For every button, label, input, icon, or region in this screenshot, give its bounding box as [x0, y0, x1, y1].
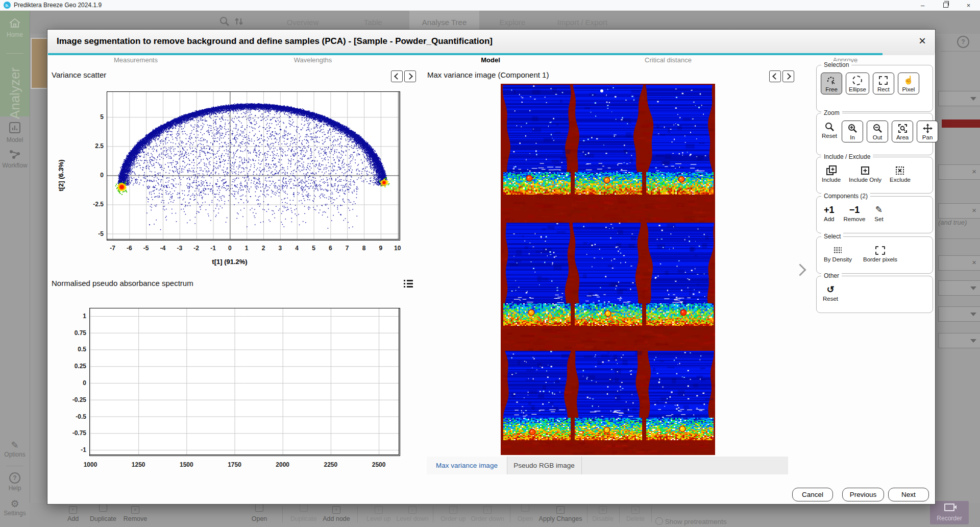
restore-button[interactable]: [934, 0, 957, 10]
dialog-close-button[interactable]: ×: [919, 34, 926, 48]
include-button[interactable]: Include: [821, 164, 842, 184]
progress-bar-remainder: [883, 53, 935, 55]
sidebar-item-workflow[interactable]: Workflow: [0, 149, 30, 169]
duplicate-icon: [300, 504, 308, 512]
include-only-button[interactable]: Include Only: [848, 164, 883, 184]
dropdown-fragment[interactable]: [938, 280, 980, 296]
toolbar-remove[interactable]: ×Remove: [107, 504, 163, 522]
pencil-icon: ✎: [875, 205, 883, 215]
tab-pseudo-rgb-image[interactable]: Pseudo RGB image: [507, 457, 582, 474]
search-icon[interactable]: [219, 16, 230, 27]
recorder-button[interactable]: Recorder: [930, 501, 969, 524]
zoom-in-button[interactable]: In: [842, 121, 863, 142]
variance-canvas[interactable]: [501, 84, 715, 455]
expand-panel-chevron[interactable]: [794, 264, 806, 276]
help-top-right[interactable]: ?: [957, 36, 969, 48]
remove-icon: ×: [131, 506, 139, 514]
open-folder-icon: [521, 504, 529, 512]
set-components-button[interactable]: ✎ Set: [873, 204, 884, 223]
level-down-icon: ↓: [408, 506, 416, 514]
bottom-toolbar: +Add Duplicate ×Remove Open Duplicate +A…: [30, 503, 980, 527]
home-icon: [8, 17, 21, 29]
previous-button[interactable]: Previous: [842, 488, 884, 501]
dialog-title: Image segmentation to remove background …: [57, 36, 493, 46]
sort-icon[interactable]: [234, 16, 244, 27]
apply-changes-icon: ✓: [556, 506, 565, 514]
wizard-tab-model[interactable]: Model: [439, 56, 542, 64]
zoom-reset-icon: [825, 122, 835, 132]
cancel-button[interactable]: Cancel: [792, 488, 833, 501]
chevron-down-icon: [970, 97, 976, 101]
zoom-out-button[interactable]: Out: [867, 121, 888, 142]
minimize-button[interactable]: –: [911, 0, 934, 10]
sidebar-item-analyzer[interactable]: Analyzer: [0, 65, 30, 122]
exclude-icon: [895, 165, 905, 176]
sidebar-item-options[interactable]: ✎ Options: [0, 441, 30, 458]
include-only-icon: [860, 165, 870, 176]
rect-selection-icon: [879, 76, 888, 85]
add-node-icon: +: [332, 506, 340, 514]
reset-other-button[interactable]: ↺ Reset: [822, 283, 839, 303]
close-button[interactable]: ×: [957, 0, 980, 10]
chevron-down-icon: [970, 339, 976, 343]
zoom-area-button[interactable]: Area: [892, 121, 913, 142]
zoom-pan-button[interactable]: Pan: [917, 121, 938, 142]
wizard-tab-measurements[interactable]: Measurements: [85, 56, 187, 64]
chevron-right-icon: [785, 73, 791, 80]
exclude-button[interactable]: Exclude: [889, 164, 912, 184]
next-button[interactable]: Next: [888, 488, 929, 501]
help-icon: ?: [9, 472, 20, 484]
divider: [938, 238, 980, 239]
zoom-reset-button[interactable]: Reset: [821, 121, 838, 140]
radio-icon: [655, 517, 663, 525]
add-component-button[interactable]: +1 Add: [823, 204, 836, 223]
spectrum-title: Normalised pseudo absorbance spectrum: [52, 279, 193, 288]
scatter-title: Variance scatter: [52, 70, 106, 79]
remove-component-button[interactable]: −1 Remove: [843, 204, 867, 223]
clear-field-fragment[interactable]: ×: [938, 255, 980, 271]
image-prev-button[interactable]: [769, 70, 781, 82]
image-next-button[interactable]: [782, 70, 794, 82]
clear-icon: ×: [972, 258, 976, 267]
scatter-prev-button[interactable]: [391, 70, 403, 82]
wizard-tab-critical-distance[interactable]: Critical distance: [617, 56, 719, 64]
chevron-left-icon: [772, 73, 779, 80]
filter-condition-text: (and true): [938, 219, 967, 226]
sidebar-item-home[interactable]: Home: [0, 17, 30, 38]
sidebar-item-settings[interactable]: ⚙ Settings: [0, 499, 30, 517]
pixel-selection-button[interactable]: ☝ Pixel: [898, 73, 919, 94]
show-pretreatments-toggle[interactable]: Show pretreatments: [655, 517, 727, 525]
zoom-out-icon: [873, 123, 883, 133]
clear-field-fragment[interactable]: ×: [938, 203, 980, 219]
minus-one-icon: −1: [849, 205, 860, 215]
restore-icon: [943, 3, 948, 8]
red-bar-fragment: [942, 119, 980, 128]
pixel-hand-icon: ☝: [903, 75, 914, 85]
dialog-titlebar: Image segmentation to remove background …: [47, 30, 935, 53]
delete-icon: ×: [631, 506, 640, 514]
select-border-pixels-button[interactable]: Border pixels: [862, 244, 898, 264]
select-by-density-button[interactable]: By Density: [823, 244, 853, 264]
window-titlebar: b. Prediktera Breeze Geo 2024.1.9 – ×: [0, 0, 980, 11]
dropdown-fragment[interactable]: [938, 306, 980, 322]
ellipse-selection-button[interactable]: Ellipse: [846, 73, 869, 94]
scatter-ylabel: t[2] (6.3%): [57, 145, 65, 206]
dropdown-fragment[interactable]: [938, 91, 980, 106]
scatter-next-button[interactable]: [404, 70, 416, 82]
rect-selection-button[interactable]: Rect: [873, 73, 894, 94]
dropdown-fragment[interactable]: [938, 333, 980, 348]
zoom-area-icon: [898, 123, 908, 133]
workflow-icon: [9, 149, 21, 159]
scatter-canvas[interactable]: [107, 91, 399, 239]
spectrum-canvas[interactable]: [89, 308, 399, 455]
zoom-group: Zoom Reset In Out Area Pan: [816, 113, 933, 155]
legend-list-icon[interactable]: [404, 280, 413, 288]
sidebar-item-help[interactable]: ? Help: [0, 472, 30, 492]
tab-max-variance-image[interactable]: Max variance image: [427, 457, 507, 474]
free-selection-button[interactable]: Free: [821, 73, 842, 94]
border-pixels-icon: [875, 246, 885, 255]
wizard-tab-wavelengths[interactable]: Wavelengths: [262, 56, 364, 64]
variance-image-title: Max variance image (Component 1): [427, 70, 549, 79]
clear-field-fragment[interactable]: ×: [938, 164, 980, 180]
sidebar-item-model[interactable]: Model: [0, 122, 30, 143]
